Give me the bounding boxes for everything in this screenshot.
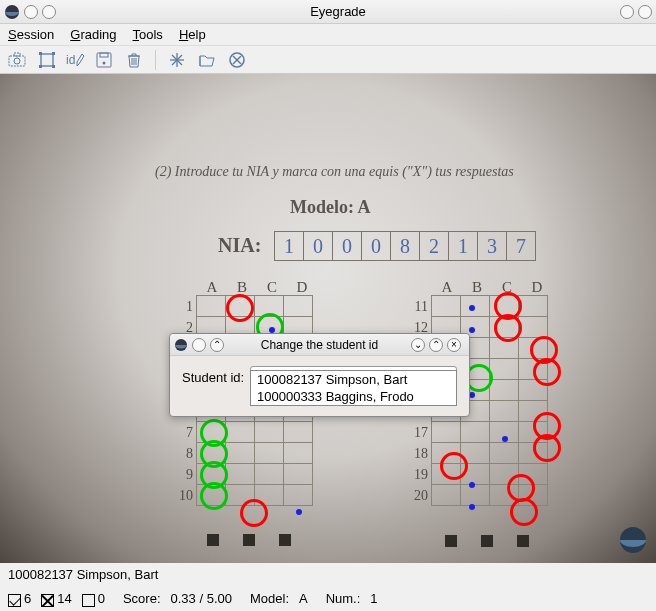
nia-digit: 7 [506, 231, 536, 261]
window-minimize-icon[interactable] [620, 5, 634, 19]
nia-digit: 1 [274, 231, 304, 261]
app-logo-icon [4, 4, 20, 20]
cross-box-icon [41, 594, 54, 607]
mark-wrong-icon [533, 434, 561, 462]
solution-dot-icon [296, 509, 302, 515]
mark-wrong-icon [494, 314, 522, 342]
empty-box-icon [82, 594, 95, 607]
dialog-min-icon[interactable]: ⌄ [411, 338, 425, 352]
exam-nia-label: NIA: [218, 234, 261, 257]
nia-digit: 0 [361, 231, 391, 261]
status-student: 100082137 Simpson, Bart [0, 563, 656, 585]
score-label: Score: [123, 591, 161, 606]
marker-square-icon [243, 534, 255, 546]
mark-correct-icon [200, 482, 228, 510]
col-header: D [522, 279, 552, 296]
id-edit-icon[interactable]: id [66, 49, 85, 71]
stop-icon[interactable] [226, 49, 248, 71]
mark-wrong-icon [240, 499, 268, 527]
toolbar-separator [155, 50, 156, 70]
window-titlebar: Eyegrade [0, 0, 656, 24]
student-name: 100082137 Simpson, Bart [8, 567, 158, 582]
svg-rect-8 [52, 65, 55, 68]
eyegrade-logo-icon [618, 525, 648, 555]
crop-icon[interactable] [36, 49, 58, 71]
col-header: C [257, 279, 287, 296]
num-label: Num.: [326, 591, 361, 606]
dialog-title: Change the student id [228, 338, 411, 352]
mark-wrong-icon [440, 452, 468, 480]
window-shade-icon[interactable] [42, 5, 56, 19]
score-value: 0.33 / 5.00 [171, 591, 232, 606]
toolbar: id [0, 46, 656, 74]
camera-icon[interactable] [6, 49, 28, 71]
nia-digit: 0 [332, 231, 362, 261]
svg-rect-7 [39, 65, 42, 68]
dialog-rollup-icon[interactable]: ⌃ [210, 338, 224, 352]
col-header: B [462, 279, 492, 296]
app-logo-icon [174, 338, 188, 352]
dialog-shade-icon[interactable] [192, 338, 206, 352]
svg-rect-4 [41, 54, 53, 66]
col-header: D [287, 279, 317, 296]
menu-tools[interactable]: Tools [133, 27, 163, 42]
solution-dot-icon [469, 504, 475, 510]
solution-dot-icon [469, 482, 475, 488]
marker-square-icon [445, 535, 457, 547]
correct-count: 6 [8, 591, 31, 606]
menu-grading[interactable]: Grading [70, 27, 116, 42]
svg-rect-5 [39, 52, 42, 55]
marker-square-icon [517, 535, 529, 547]
svg-rect-10 [100, 53, 108, 57]
solution-dot-icon [469, 327, 475, 333]
tick-box-icon [8, 594, 21, 607]
status-scores: 6 14 0 Score: 0.33 / 5.00 Model: A Num.:… [0, 585, 656, 611]
svg-point-11 [103, 61, 106, 64]
num-value: 1 [370, 591, 377, 606]
student-id-dropdown: 100082137 Simpson, Bart 100000333 Baggin… [250, 370, 457, 406]
svg-rect-6 [52, 52, 55, 55]
trash-icon[interactable] [123, 49, 145, 71]
svg-rect-9 [97, 53, 111, 67]
change-student-id-dialog: ⌃ Change the student id ⌄ ⌃ × Student id… [169, 333, 470, 417]
solution-dot-icon [502, 436, 508, 442]
exam-model-label: Modelo: A [290, 197, 371, 218]
dropdown-option[interactable]: 100082137 Simpson, Bart [251, 371, 456, 388]
model-value: A [299, 591, 308, 606]
mark-wrong-icon [510, 498, 538, 526]
blank-count: 0 [82, 591, 105, 606]
save-icon[interactable] [93, 49, 115, 71]
exam-instruction: (2) Introduce tu NIA y marca con una equ… [155, 164, 514, 180]
nia-digit: 3 [477, 231, 507, 261]
folder-open-icon[interactable] [196, 49, 218, 71]
exam-image-view[interactable]: (2) Introduce tu NIA y marca con una equ… [0, 74, 656, 563]
marker-square-icon [279, 534, 291, 546]
asterisk-icon[interactable] [166, 49, 188, 71]
mark-wrong-icon [226, 294, 254, 322]
marker-square-icon [207, 534, 219, 546]
col-header: A [197, 279, 227, 296]
marker-square-icon [481, 535, 493, 547]
solution-dot-icon [469, 305, 475, 311]
window-title: Eyegrade [60, 4, 616, 19]
student-id-label: Student id: [182, 370, 244, 385]
window-maximize-icon[interactable] [638, 5, 652, 19]
svg-point-2 [14, 58, 20, 64]
nia-digit: 0 [303, 231, 333, 261]
nia-digit: 2 [419, 231, 449, 261]
wrong-count: 14 [41, 591, 71, 606]
mark-wrong-icon [533, 358, 561, 386]
nia-boxes: 1 0 0 0 8 2 1 3 7 [275, 231, 536, 261]
model-label: Model: [250, 591, 289, 606]
col-header: A [432, 279, 462, 296]
menubar: Session Grading Tools Help [0, 24, 656, 46]
nia-digit: 8 [390, 231, 420, 261]
dialog-close-icon[interactable]: × [447, 338, 461, 352]
nia-digit: 1 [448, 231, 478, 261]
menu-session[interactable]: Session [8, 27, 54, 42]
window-close-icon[interactable] [24, 5, 38, 19]
dialog-max-icon[interactable]: ⌃ [429, 338, 443, 352]
dropdown-option[interactable]: 100000333 Baggins, Frodo [251, 388, 456, 405]
menu-help[interactable]: Help [179, 27, 206, 42]
